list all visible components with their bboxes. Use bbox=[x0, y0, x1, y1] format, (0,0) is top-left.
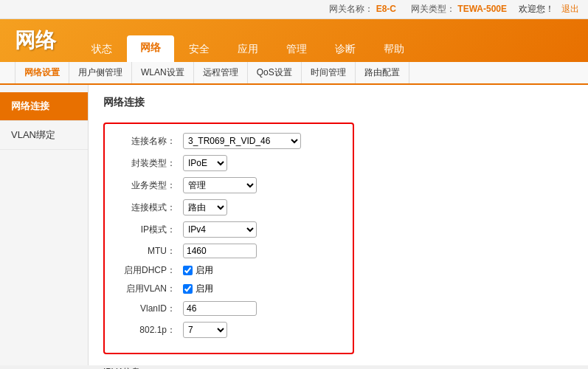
vlan-checkbox-label[interactable]: 启用 bbox=[183, 283, 213, 295]
sub-nav-route-config[interactable]: 路由配置 bbox=[356, 62, 409, 83]
top-bar: 网关名称： E8-C 网关类型： TEWA-500E 欢迎您！ 退出 bbox=[0, 0, 588, 19]
nav-tab-security[interactable]: 安全 bbox=[176, 37, 223, 62]
connection-mode-row: 连接模式： 路由 桥接 bbox=[117, 199, 341, 215]
form-container: 连接名称： 3_TR069_R_VID_46 封装类型： IPoE PPPoE … bbox=[103, 123, 354, 354]
connection-name-select[interactable]: 3_TR069_R_VID_46 bbox=[183, 133, 301, 149]
dhcp-label: 启用DHCP： bbox=[117, 264, 176, 277]
header: 网络 状态网络安全应用管理诊断帮助 bbox=[0, 19, 588, 62]
vlanid-row: VlanID： bbox=[117, 301, 341, 316]
vlanid-label: VlanID： bbox=[117, 303, 176, 315]
gateway-info: 网关名称： E8-C 网关类型： TEWA-500E bbox=[329, 3, 507, 15]
main-nav: 状态网络安全应用管理诊断帮助 bbox=[78, 19, 419, 62]
welcome-text: 欢迎您！ bbox=[519, 3, 554, 15]
sub-nav-user-management[interactable]: 用户侧管理 bbox=[69, 62, 132, 83]
vlan-label: 启用VLAN： bbox=[117, 283, 176, 295]
vlanid-input[interactable] bbox=[183, 301, 257, 316]
nav-tab-management[interactable]: 管理 bbox=[273, 37, 320, 62]
dhcp-row: 启用DHCP： 启用 bbox=[117, 264, 341, 277]
connection-mode-label: 连接模式： bbox=[117, 201, 176, 214]
encap-type-label: 封装类型： bbox=[117, 157, 176, 170]
page-title: 网络连接 bbox=[103, 96, 573, 114]
sub-nav: 网络设置用户侧管理WLAN设置远程管理QoS设置时间管理路由配置 bbox=[0, 62, 588, 85]
sidebar-item-network-connection[interactable]: 网络连接 bbox=[0, 92, 88, 121]
mtu-input[interactable] bbox=[183, 244, 257, 258]
connection-name-label: 连接名称： bbox=[117, 135, 176, 148]
dhcp-checkbox-label[interactable]: 启用 bbox=[183, 264, 213, 277]
sidebar-item-vlan-binding[interactable]: VLAN绑定 bbox=[0, 121, 88, 150]
nav-tab-status[interactable]: 状态 bbox=[78, 37, 125, 62]
sub-nav-network-settings[interactable]: 网络设置 bbox=[15, 62, 69, 83]
sub-nav-qos-settings[interactable]: QoS设置 bbox=[248, 62, 302, 83]
dot1p-select[interactable]: 7 012 3456 bbox=[183, 322, 227, 338]
nav-tab-help[interactable]: 帮助 bbox=[370, 37, 418, 62]
ipv4-section: IPV4信息: 地址获取方式： DHCP Static PPPoE bbox=[103, 362, 573, 369]
vlan-row: 启用VLAN： 启用 bbox=[117, 283, 341, 295]
ip-mode-select[interactable]: IPv4 IPv6 IPv4/IPv6 bbox=[183, 221, 257, 238]
logout-link[interactable]: 退出 bbox=[561, 3, 579, 15]
service-type-select[interactable]: 管理 互联网 语音 bbox=[183, 177, 257, 193]
dot1p-label: 802.1p： bbox=[117, 324, 176, 337]
encap-type-row: 封装类型： IPoE PPPoE bbox=[117, 155, 341, 171]
top-bar-links: 欢迎您！ 退出 bbox=[519, 3, 579, 15]
dot1p-row: 802.1p： 7 012 3456 bbox=[117, 322, 341, 338]
nav-tab-diagnostics[interactable]: 诊断 bbox=[322, 37, 369, 62]
gateway-type-label: 网关类型： TEWA-500E bbox=[411, 3, 507, 15]
ip-mode-label: IP模式： bbox=[117, 224, 176, 236]
sub-nav-remote-management[interactable]: 远程管理 bbox=[194, 62, 248, 83]
sub-nav-time-management[interactable]: 时间管理 bbox=[302, 62, 356, 83]
service-type-row: 业务类型： 管理 互联网 语音 bbox=[117, 177, 341, 193]
logo: 网络 bbox=[15, 27, 56, 55]
main-content: 网络连接VLAN绑定 网络连接 连接名称： 3_TR069_R_VID_46 封… bbox=[0, 85, 588, 365]
ipv4-title: IPV4信息: bbox=[103, 366, 573, 369]
dhcp-checkbox-text: 启用 bbox=[196, 264, 213, 277]
connection-name-row: 连接名称： 3_TR069_R_VID_46 bbox=[117, 133, 341, 149]
connection-mode-select[interactable]: 路由 桥接 bbox=[183, 199, 227, 215]
mtu-label: MTU： bbox=[117, 245, 176, 258]
gateway-name-label: 网关名称： E8-C bbox=[329, 3, 396, 15]
content-area: 网络连接 连接名称： 3_TR069_R_VID_46 封装类型： IPoE P… bbox=[89, 85, 588, 365]
vlan-checkbox[interactable] bbox=[183, 284, 193, 294]
nav-tab-network[interactable]: 网络 bbox=[127, 35, 174, 62]
sidebar: 网络连接VLAN绑定 bbox=[0, 85, 89, 365]
mtu-row: MTU： bbox=[117, 244, 341, 258]
ip-mode-row: IP模式： IPv4 IPv6 IPv4/IPv6 bbox=[117, 221, 341, 238]
encap-type-select[interactable]: IPoE PPPoE bbox=[183, 155, 227, 171]
dhcp-checkbox[interactable] bbox=[183, 266, 193, 275]
sub-nav-wlan-settings[interactable]: WLAN设置 bbox=[132, 62, 194, 83]
service-type-label: 业务类型： bbox=[117, 179, 176, 192]
vlan-checkbox-text: 启用 bbox=[196, 283, 213, 295]
nav-tab-apps[interactable]: 应用 bbox=[224, 37, 271, 62]
